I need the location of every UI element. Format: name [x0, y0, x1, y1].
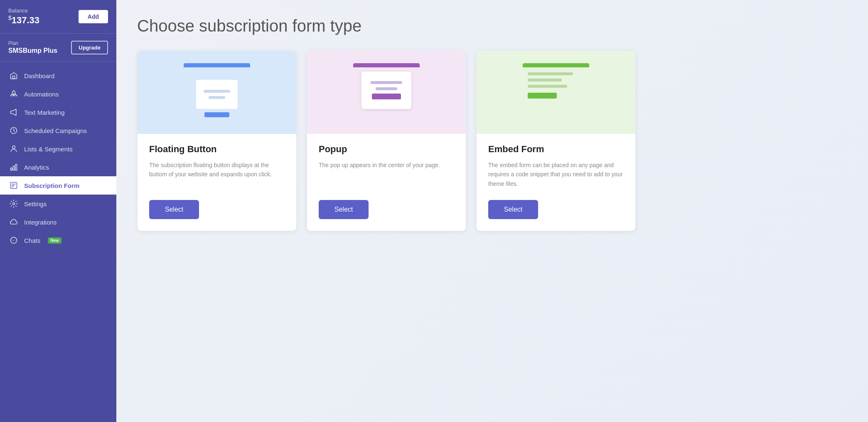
clock-icon	[9, 126, 18, 135]
sidebar-item-label: Scheduled Campaigns	[24, 127, 87, 134]
sidebar-item-chats[interactable]: Chats New	[0, 231, 116, 249]
preview-line	[528, 79, 562, 81]
sidebar-item-integrations[interactable]: Integrations	[0, 213, 116, 231]
sidebar-item-scheduled-campaigns[interactable]: Scheduled Campaigns	[0, 121, 116, 140]
floating-button-card: Floating Button The subscription floatin…	[137, 50, 297, 231]
form-type-cards: Floating Button The subscription floatin…	[137, 50, 636, 231]
plan-name: SMSBump Plus	[8, 47, 57, 54]
preview-line	[204, 90, 230, 93]
embed-form-select[interactable]: Select	[488, 200, 538, 219]
floating-button-illustration	[184, 63, 250, 121]
preview-content	[523, 67, 589, 104]
embed-form-preview	[477, 51, 635, 134]
svg-rect-5	[13, 166, 14, 170]
card-body: Embed Form The embed form can be placed …	[477, 134, 635, 231]
embed-form-card: Embed Form The embed form can be placed …	[476, 50, 636, 231]
rocket-icon	[9, 89, 18, 99]
preview-top-bar	[353, 63, 420, 67]
preview-modal	[361, 72, 411, 109]
gear-icon	[9, 199, 18, 208]
main-content: Choose subscription form type Floating B…	[116, 0, 868, 422]
preview-button	[372, 94, 401, 99]
megaphone-icon	[9, 108, 18, 117]
form-icon	[9, 181, 18, 190]
sidebar-item-analytics[interactable]: Analytics	[0, 158, 116, 176]
svg-rect-6	[15, 165, 17, 170]
preview-line-short	[376, 87, 398, 90]
upgrade-button[interactable]: Upgrade	[71, 41, 108, 54]
card-title: Popup	[319, 144, 454, 155]
svg-point-3	[12, 146, 15, 149]
sidebar-item-label: Analytics	[24, 164, 49, 171]
card-description: The subscription floating button display…	[149, 160, 285, 188]
sidebar-item-settings[interactable]: Settings	[0, 195, 116, 213]
floating-button-preview	[138, 51, 296, 134]
preview-line-short	[209, 96, 225, 99]
preview-top-bar	[523, 63, 589, 67]
popup-select[interactable]: Select	[319, 200, 369, 219]
balance-label: Balance	[8, 7, 39, 14]
plan-label: Plan	[8, 40, 57, 46]
preview-line	[371, 81, 403, 84]
preview-button	[528, 93, 557, 99]
house-icon	[9, 71, 18, 80]
sidebar-item-label: Text Marketing	[24, 109, 65, 116]
sidebar-item-label: Automations	[24, 91, 59, 98]
preview-line	[528, 72, 573, 75]
plan-section: Plan SMSBump Plus Upgrade	[0, 34, 116, 62]
card-title: Floating Button	[149, 144, 285, 155]
sidebar-item-label: Subscription Form	[24, 182, 79, 189]
sidebar-item-label: Chats	[24, 237, 40, 244]
embed-form-illustration	[523, 63, 589, 121]
card-description: The pop up appears in the center of your…	[319, 160, 454, 188]
popup-preview	[307, 51, 466, 134]
card-body: Popup The pop up appears in the center o…	[307, 134, 466, 231]
card-description: The embed form can be placed on any page…	[488, 160, 624, 188]
cloud-icon	[9, 217, 18, 227]
sidebar-item-subscription-form[interactable]: Subscription Form	[0, 176, 116, 195]
sidebar: Balance $137.33 Add Plan SMSBump Plus Up…	[0, 0, 116, 422]
chat-icon	[9, 236, 18, 245]
popup-card: Popup The pop up appears in the center o…	[307, 50, 466, 231]
sidebar-item-automations[interactable]: Automations	[0, 85, 116, 103]
page-title: Choose subscription form type	[137, 17, 847, 35]
sidebar-item-label: Settings	[24, 200, 47, 207]
chart-icon	[9, 163, 18, 172]
svg-rect-0	[13, 76, 15, 79]
svg-point-1	[13, 94, 14, 95]
new-badge: New	[48, 237, 61, 244]
floating-button-select[interactable]: Select	[149, 200, 199, 219]
preview-top-bar	[184, 63, 250, 67]
sidebar-item-label: Integrations	[24, 219, 57, 226]
card-title: Embed Form	[488, 144, 624, 155]
svg-rect-4	[11, 168, 12, 170]
sidebar-item-label: Dashboard	[24, 72, 54, 79]
sidebar-item-lists-segments[interactable]: Lists & Segments	[0, 140, 116, 158]
preview-button	[204, 112, 229, 117]
balance-section: Balance $137.33 Add	[0, 0, 116, 34]
card-body: Floating Button The subscription floatin…	[138, 134, 296, 231]
sidebar-nav: Dashboard Automations Text Marketing Sch…	[0, 62, 116, 422]
popup-illustration	[353, 63, 420, 121]
sidebar-item-label: Lists & Segments	[24, 146, 73, 153]
person-icon	[9, 144, 18, 153]
svg-point-8	[13, 203, 15, 205]
sidebar-item-text-marketing[interactable]: Text Marketing	[0, 103, 116, 121]
balance-amount: $137.33	[8, 15, 39, 26]
preview-line	[528, 85, 567, 88]
preview-box	[196, 80, 238, 109]
add-balance-button[interactable]: Add	[79, 10, 108, 23]
sidebar-item-dashboard[interactable]: Dashboard	[0, 67, 116, 85]
